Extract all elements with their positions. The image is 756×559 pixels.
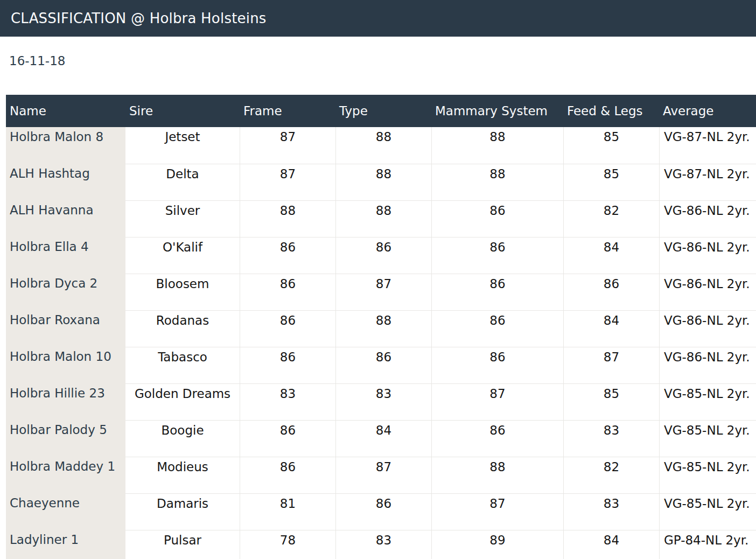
sire-cell: Tabasco (125, 347, 240, 383)
column-header-type: Type (335, 95, 431, 127)
average-cell: VG-86-NL 2yr. (659, 347, 756, 383)
table-row: Ladyliner 1 Pulsar 78 83 89 84 GP-84-NL … (6, 530, 756, 559)
type-cell: 86 (335, 237, 431, 274)
frame-cell: 87 (240, 164, 335, 200)
frame-cell: 81 (240, 493, 335, 530)
type-cell: 87 (335, 274, 431, 310)
table-row: Holbar Roxana Rodanas 86 88 86 84 VG-86-… (6, 310, 756, 347)
name-cell: Holbra Dyca 2 (6, 274, 125, 310)
average-cell: VG-86-NL 2yr. (659, 310, 756, 347)
feed-legs-cell: 87 (563, 347, 659, 383)
feed-legs-cell: 85 (563, 127, 659, 164)
average-cell: GP-84-NL 2yr. (659, 530, 756, 559)
mammary-cell: 88 (431, 127, 563, 164)
frame-cell: 87 (240, 127, 335, 164)
feed-legs-cell: 85 (563, 383, 659, 420)
name-cell: Holbar Roxana (6, 310, 125, 347)
type-cell: 86 (335, 493, 431, 530)
sire-cell: Bloosem (125, 274, 240, 310)
average-cell: VG-85-NL 2yr. (659, 383, 756, 420)
column-header-sire: Sire (125, 95, 240, 127)
table-row: ALH Havanna Silver 88 88 86 82 VG-86-NL … (6, 200, 756, 237)
type-cell: 83 (335, 530, 431, 559)
frame-cell: 86 (240, 237, 335, 274)
report-date: 16-11-18 (9, 54, 65, 68)
average-cell: VG-86-NL 2yr. (659, 200, 756, 237)
sire-cell: Pulsar (125, 530, 240, 559)
name-cell: ALH Hashtag (6, 164, 125, 200)
average-cell: VG-85-NL 2yr. (659, 420, 756, 457)
mammary-cell: 89 (431, 530, 563, 559)
feed-legs-cell: 82 (563, 457, 659, 493)
average-cell: VG-87-NL 2yr. (659, 164, 756, 200)
name-cell: Holbra Ella 4 (6, 237, 125, 274)
feed-legs-cell: 84 (563, 310, 659, 347)
frame-cell: 86 (240, 457, 335, 493)
table-row: Holbra Maddey 1 Modieus 86 87 88 82 VG-8… (6, 457, 756, 493)
table-row: Holbra Malon 8 Jetset 87 88 88 85 VG-87-… (6, 127, 756, 164)
feed-legs-cell: 84 (563, 237, 659, 274)
mammary-cell: 87 (431, 383, 563, 420)
feed-legs-cell: 83 (563, 420, 659, 457)
type-cell: 88 (335, 310, 431, 347)
sire-cell: Jetset (125, 127, 240, 164)
feed-legs-cell: 84 (563, 530, 659, 559)
feed-legs-cell: 83 (563, 493, 659, 530)
mammary-cell: 86 (431, 200, 563, 237)
classification-table: Name Sire Frame Type Mammary System Feed… (6, 95, 756, 559)
feed-legs-cell: 82 (563, 200, 659, 237)
average-cell: VG-86-NL 2yr. (659, 237, 756, 274)
type-cell: 88 (335, 127, 431, 164)
frame-cell: 86 (240, 420, 335, 457)
column-header-average: Average (659, 95, 756, 127)
sire-cell: Golden Dreams (125, 383, 240, 420)
table-row: Chaeyenne Damaris 81 86 87 83 VG-85-NL 2… (6, 493, 756, 530)
sire-cell: Rodanas (125, 310, 240, 347)
sire-cell: Modieus (125, 457, 240, 493)
type-cell: 84 (335, 420, 431, 457)
mammary-cell: 86 (431, 420, 563, 457)
average-cell: VG-86-NL 2yr. (659, 274, 756, 310)
column-header-feed-legs: Feed & Legs (563, 95, 659, 127)
feed-legs-cell: 85 (563, 164, 659, 200)
frame-cell: 78 (240, 530, 335, 559)
frame-cell: 83 (240, 383, 335, 420)
type-cell: 87 (335, 457, 431, 493)
name-cell: Holbra Malon 10 (6, 347, 125, 383)
table-row: Holbar Palody 5 Boogie 86 84 86 83 VG-85… (6, 420, 756, 457)
average-cell: VG-87-NL 2yr. (659, 127, 756, 164)
mammary-cell: 87 (431, 493, 563, 530)
table-row: Holbra Dyca 2 Bloosem 86 87 86 86 VG-86-… (6, 274, 756, 310)
frame-cell: 86 (240, 347, 335, 383)
name-cell: ALH Havanna (6, 200, 125, 237)
mammary-cell: 88 (431, 164, 563, 200)
mammary-cell: 86 (431, 237, 563, 274)
sire-cell: O'Kalif (125, 237, 240, 274)
mammary-cell: 88 (431, 457, 563, 493)
name-cell: Holbar Palody 5 (6, 420, 125, 457)
sire-cell: Silver (125, 200, 240, 237)
feed-legs-cell: 86 (563, 274, 659, 310)
frame-cell: 86 (240, 310, 335, 347)
title-bar: CLASSIFICATION @ Holbra Holsteins (0, 0, 756, 37)
table-row: Holbra Hillie 23 Golden Dreams 83 83 87 … (6, 383, 756, 420)
sire-cell: Damaris (125, 493, 240, 530)
table-row: Holbra Ella 4 O'Kalif 86 86 86 84 VG-86-… (6, 237, 756, 274)
name-cell: Ladyliner 1 (6, 530, 125, 559)
table-row: ALH Hashtag Delta 87 88 88 85 VG-87-NL 2… (6, 164, 756, 200)
classification-table-container: Name Sire Frame Type Mammary System Feed… (6, 95, 756, 559)
header-row: Name Sire Frame Type Mammary System Feed… (6, 95, 756, 127)
mammary-cell: 86 (431, 347, 563, 383)
frame-cell: 88 (240, 200, 335, 237)
table-row: Holbra Malon 10 Tabasco 86 86 86 87 VG-8… (6, 347, 756, 383)
name-cell: Chaeyenne (6, 493, 125, 530)
name-cell: Holbra Maddey 1 (6, 457, 125, 493)
page-title: CLASSIFICATION @ Holbra Holsteins (11, 10, 267, 26)
column-header-name: Name (6, 95, 125, 127)
average-cell: VG-85-NL 2yr. (659, 493, 756, 530)
type-cell: 88 (335, 164, 431, 200)
mammary-cell: 86 (431, 274, 563, 310)
name-cell: Holbra Hillie 23 (6, 383, 125, 420)
type-cell: 83 (335, 383, 431, 420)
average-cell: VG-85-NL 2yr. (659, 457, 756, 493)
